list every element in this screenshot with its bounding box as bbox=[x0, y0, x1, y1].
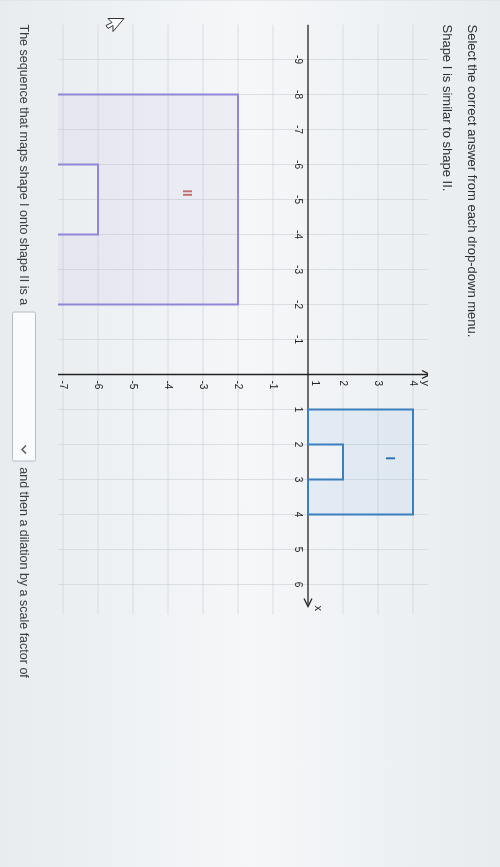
shape-two bbox=[58, 94, 238, 304]
svg-text:1: 1 bbox=[310, 380, 321, 386]
svg-text:2: 2 bbox=[338, 380, 349, 386]
svg-text:-6: -6 bbox=[93, 380, 104, 389]
svg-text:-9: -9 bbox=[293, 55, 304, 64]
svg-text:5: 5 bbox=[293, 546, 304, 552]
svg-text:-6: -6 bbox=[293, 160, 304, 169]
svg-text:4: 4 bbox=[293, 511, 304, 517]
sentence-part-one: The sequence that maps shape I onto shap… bbox=[17, 24, 31, 305]
svg-text:6: 6 bbox=[293, 581, 304, 587]
svg-text:-8: -8 bbox=[293, 90, 304, 99]
svg-text:-2: -2 bbox=[233, 380, 244, 389]
similar-statement: Shape I is similar to shape II. bbox=[440, 24, 455, 843]
svg-text:-5: -5 bbox=[293, 195, 304, 204]
instruction-text: Select the correct answer from each drop… bbox=[465, 24, 480, 843]
svg-text:-1: -1 bbox=[293, 335, 304, 344]
svg-text:-7: -7 bbox=[293, 125, 304, 134]
svg-text:-3: -3 bbox=[293, 265, 304, 274]
svg-text:1: 1 bbox=[293, 406, 304, 412]
transformation-dropdown[interactable] bbox=[12, 311, 36, 461]
svg-text:3: 3 bbox=[373, 380, 384, 386]
svg-text:-2: -2 bbox=[293, 300, 304, 309]
x-axis-label: x bbox=[313, 605, 325, 611]
svg-text:4: 4 bbox=[408, 380, 419, 386]
svg-text:3: 3 bbox=[293, 476, 304, 482]
svg-text:2: 2 bbox=[293, 441, 304, 447]
coordinate-graph: x y -9-8-7 -6-5-4 -3-2-1 123 456 432 1 -… bbox=[58, 24, 428, 614]
svg-text:-4: -4 bbox=[293, 230, 304, 239]
svg-text:-1: -1 bbox=[268, 380, 279, 389]
svg-text:-5: -5 bbox=[128, 380, 139, 389]
cursor-icon bbox=[104, 16, 126, 34]
svg-text:-3: -3 bbox=[198, 380, 209, 389]
svg-text:-7: -7 bbox=[58, 380, 69, 389]
svg-text:-4: -4 bbox=[163, 380, 174, 389]
y-axis-label: y bbox=[420, 380, 428, 386]
shape-one-label: I bbox=[383, 456, 398, 460]
graph-svg: x y -9-8-7 -6-5-4 -3-2-1 123 456 432 1 -… bbox=[58, 24, 428, 614]
shape-two-label: II bbox=[180, 189, 195, 196]
chevron-down-icon bbox=[19, 444, 29, 454]
sentence-part-two: and then a dilation by a scale factor of bbox=[17, 467, 31, 678]
shape-one bbox=[308, 409, 413, 514]
answer-sentence: The sequence that maps shape I onto shap… bbox=[12, 24, 46, 843]
